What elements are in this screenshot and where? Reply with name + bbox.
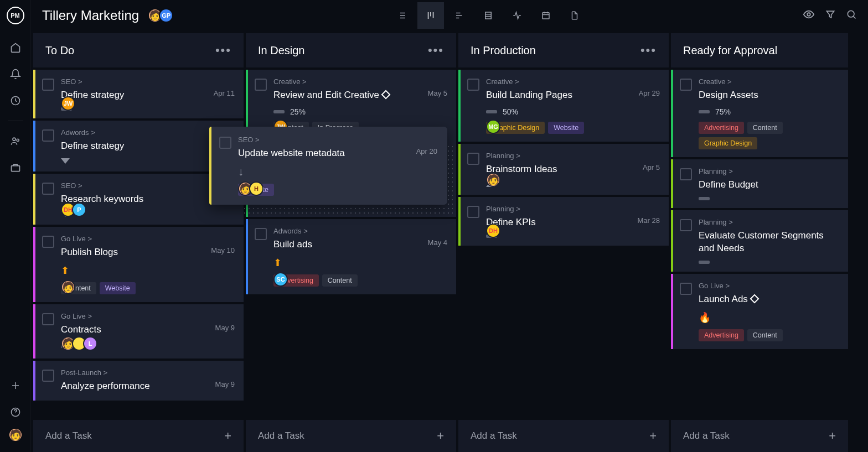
avatar[interactable]: DH (486, 224, 500, 238)
plus-icon: + (649, 429, 657, 443)
tag[interactable]: Advertising (699, 329, 744, 341)
card-date: Mar 28 (638, 216, 660, 225)
board-view-icon[interactable] (417, 2, 444, 29)
clock-icon[interactable] (4, 90, 27, 112)
column-menu-icon[interactable]: ••• (640, 43, 657, 58)
avatar[interactable]: L (83, 336, 97, 351)
card-category[interactable]: Planning > (486, 152, 660, 160)
task-checkbox[interactable] (42, 79, 54, 91)
user-avatar[interactable]: 🧑 (8, 428, 23, 442)
activity-view-icon[interactable] (504, 2, 530, 29)
avatar[interactable]: 🧑 (486, 173, 500, 187)
sheet-view-icon[interactable] (475, 2, 502, 29)
project-members[interactable]: 🧑 GP (148, 8, 173, 23)
team-icon[interactable] (4, 130, 27, 152)
main-area: Tillery Marketing 🧑 GP To Do••• SEO > (31, 0, 868, 452)
task-checkbox[interactable] (42, 183, 54, 195)
card-title: Update website metadata (238, 147, 345, 160)
help-icon[interactable] (4, 401, 27, 423)
task-checkbox[interactable] (219, 137, 231, 149)
card-category[interactable]: Post-Launch > (61, 368, 235, 377)
avatar[interactable]: SC (273, 272, 288, 287)
card-category[interactable]: Planning > (699, 167, 839, 175)
dragging-card[interactable]: SEO > Update website metadata Apr 20 ↓ W… (209, 127, 447, 205)
task-card[interactable]: SEO > Define strategy Apr 11 JW (33, 70, 244, 118)
card-meta (61, 158, 235, 164)
home-icon[interactable] (4, 37, 27, 59)
task-card[interactable]: Creative > Design Assets 75% Advertising… (671, 70, 848, 157)
tag[interactable]: Website (100, 282, 136, 294)
tag[interactable]: Advertising (699, 122, 744, 134)
task-card[interactable]: Adwords > Build ads May 4 ⬆ AdvertisingC… (246, 219, 456, 294)
column-menu-icon[interactable]: ••• (215, 43, 231, 58)
card-category[interactable]: SEO > (61, 77, 235, 86)
add-task-button[interactable]: Add a Task+ (246, 420, 456, 452)
task-checkbox[interactable] (680, 79, 692, 91)
tag[interactable]: Graphic Design (699, 137, 757, 149)
bell-icon[interactable] (4, 63, 27, 85)
search-icon[interactable] (846, 9, 857, 22)
task-checkbox[interactable] (467, 153, 479, 165)
task-checkbox[interactable] (255, 228, 267, 240)
card-category[interactable]: Planning > (486, 205, 660, 213)
gantt-view-icon[interactable] (446, 2, 473, 29)
briefcase-icon[interactable] (4, 157, 27, 179)
add-task-button[interactable]: Add a Task+ (33, 420, 244, 452)
card-category[interactable]: Creative > (486, 77, 660, 86)
calendar-view-icon[interactable] (533, 2, 559, 29)
app-logo[interactable]: PM (7, 7, 24, 24)
card-date: May 4 (428, 238, 447, 247)
card-category[interactable]: Planning > (699, 218, 839, 226)
task-checkbox[interactable] (42, 236, 54, 248)
task-card[interactable]: Creative > Build Landing Pages Apr 29 50… (458, 70, 669, 142)
card-category[interactable]: SEO > (238, 136, 437, 144)
add-task-button[interactable]: Add a Task+ (671, 420, 848, 452)
task-card[interactable]: Go Live > Launch Ads 🔥 AdvertisingConten… (671, 274, 848, 349)
card-category[interactable]: Creative > (699, 77, 839, 86)
avatar[interactable]: H (249, 181, 264, 196)
task-card[interactable]: Go Live > Publish Blogs May 10 ⬆ Content… (33, 227, 244, 302)
task-checkbox[interactable] (680, 283, 692, 295)
avatar[interactable]: MG (486, 120, 500, 134)
card-category[interactable]: Creative > (273, 77, 447, 86)
tag[interactable]: Content (747, 122, 783, 134)
task-checkbox[interactable] (467, 206, 479, 218)
card-category[interactable]: Go Live > (61, 312, 235, 320)
add-icon[interactable] (4, 375, 27, 397)
tag[interactable]: Content (747, 329, 783, 341)
add-task-button[interactable]: Add a Task+ (458, 420, 669, 452)
svg-point-7 (807, 13, 810, 16)
card-category[interactable]: Go Live > (61, 235, 235, 243)
column-menu-icon[interactable]: ••• (428, 43, 444, 58)
card-category[interactable]: SEO > (61, 181, 235, 190)
task-checkbox[interactable] (680, 219, 692, 231)
card-category[interactable]: Adwords > (273, 227, 447, 235)
card-meta: 25% (273, 107, 447, 116)
file-view-icon[interactable] (561, 2, 588, 29)
card-category[interactable]: Go Live > (699, 282, 839, 290)
card-assignees[interactable]: 🧑L (61, 336, 235, 351)
task-checkbox[interactable] (42, 129, 54, 142)
task-card[interactable]: Planning > Define KPIs Mar 28 DH (458, 197, 669, 246)
avatar[interactable]: P (72, 202, 86, 217)
task-checkbox[interactable] (680, 168, 692, 180)
task-checkbox[interactable] (42, 370, 54, 382)
task-card[interactable]: Go Live > Contracts May 9 2 🧑L (33, 304, 244, 359)
avatar[interactable]: JW (61, 96, 75, 111)
filter-icon[interactable] (825, 9, 836, 22)
list-view-icon[interactable] (389, 2, 415, 29)
task-card[interactable]: Planning > Define Budget (671, 159, 848, 208)
avatar[interactable]: 🧑 (61, 280, 75, 294)
task-card[interactable]: Planning > Evaluate Customer Segments an… (671, 210, 848, 272)
tag[interactable]: Website (548, 122, 584, 134)
task-checkbox[interactable] (467, 79, 479, 91)
card-date: May 9 (215, 324, 235, 332)
task-checkbox[interactable] (42, 313, 54, 325)
task-card[interactable]: Planning > Brainstorm Ideas Apr 5 🧑 (458, 144, 669, 195)
eye-icon[interactable] (803, 8, 815, 23)
card-category[interactable]: Adwords > (61, 128, 235, 137)
tag[interactable]: Content (322, 274, 358, 287)
task-checkbox[interactable] (255, 79, 267, 91)
task-card[interactable]: Post-Launch > Analyze performance May 9 (33, 361, 244, 401)
card-stripe (33, 361, 35, 401)
